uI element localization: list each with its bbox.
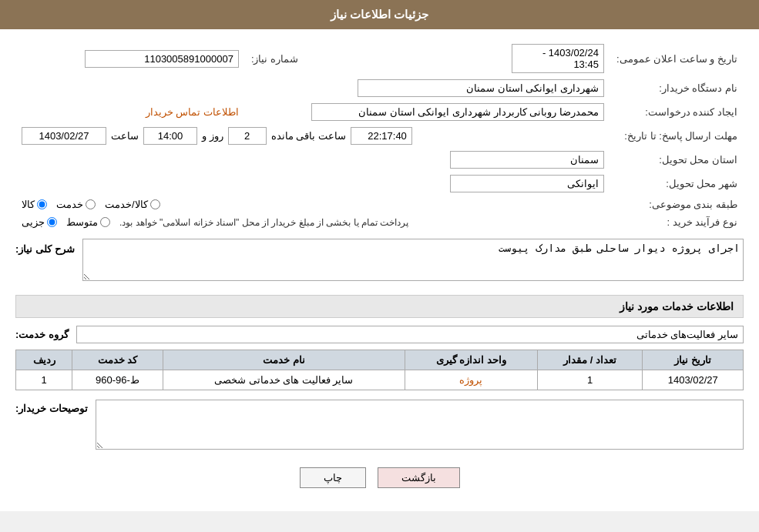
col-tedad: تعداد / مقدار [537,350,643,370]
print-button[interactable]: چاپ [300,467,366,488]
mohlat-rooz-value: 2 [228,127,267,145]
nam-dastgah-label: نام دستگاه خریدار: [610,76,744,100]
col-tarix: تاریخ نیاز [643,350,744,370]
cell-kod: ط-96-960 [72,370,163,390]
back-button[interactable]: بازگشت [378,467,460,488]
tabaqe-kala[interactable]: کالا [22,199,47,210]
cell-tedad: 1 [537,370,643,390]
nam-dastgah-value: شهرداری ایوانکی استان سمنان [358,79,604,97]
mohlat-saat-label: ساعت [111,130,139,142]
info-table: تاریخ و ساعت اعلان عمومی: 1403/02/24 - 1… [15,41,744,231]
mohlat-mande-label: ساعت باقی مانده [271,130,346,142]
ijad-konande-label: ایجاد کننده درخواست: [610,100,744,124]
bottom-buttons: بازگشت چاپ [15,467,744,488]
tossif-section: توصیحات خریدار: [15,400,744,452]
mohlat-saat-value: 14:00 [143,127,197,145]
shahr-label: شهر محل تحویل: [610,172,744,196]
etelaattamas-link[interactable]: اطلاعات تماس خریدار [146,106,239,118]
tabaqe-khedmat[interactable]: خدمت [56,199,96,210]
farayand-note: پرداخت تمام یا بخشی از مبلغ خریدار از مح… [119,217,408,228]
noe-farayand-label: نوع فرآیند خرید : [610,213,744,231]
info-khedamat-title: اطلاعات خدمات مورد نیاز [15,295,744,318]
tarix-value: 1403/02/24 - 13:45 [512,44,604,73]
shahr-value: ایوانکی [450,175,604,192]
sharh-label: شرح کلی نیاز: [15,239,75,255]
farayand-jozi[interactable]: جزیی [22,216,57,228]
sharh-textarea[interactable]: اجرای پروژه دیوار ساحلی طبق مدارک پیوست [82,239,744,281]
col-radif: ردیف [16,350,72,370]
mohlat-mande-value: 22:17:40 [351,127,412,145]
tarix-label: تاریخ و ساعت اعلان عمومی: [610,41,744,76]
tossif-label: توصیحات خریدار: [15,400,88,414]
col-vahed: واحد اندازه گیری [405,350,537,370]
cell-radif: 1 [16,370,72,390]
shomare-niaz-value: 1103005891000007 [85,50,239,68]
mohlat-rooz-label: روز و [202,130,223,142]
cell-nam: سایر فعالیت های خدماتی شخصی [163,370,405,390]
grohe-khedmat-value: سایر فعالیت‌های خدماتی [76,326,744,343]
col-kod: کد خدمت [72,350,163,370]
services-table: تاریخ نیاز تعداد / مقدار واحد اندازه گیر… [15,350,744,390]
ostan-label: استان محل تحویل: [610,148,744,172]
page-title: جزئیات اطلاعات نیاز [331,8,428,21]
tabaqe-kala-khedmat[interactable]: کالا/خدمت [105,199,160,210]
tossif-textarea[interactable] [96,400,744,450]
col-nam: نام خدمت [163,350,405,370]
ijad-konande-value: محمدرضا روبانی کاربردار شهرداری ایوانکی … [311,103,604,121]
page-header: جزئیات اطلاعات نیاز [0,0,759,29]
shomare-niaz-label: شماره نیاز: [245,41,368,76]
grohe-khedmat-row: سایر فعالیت‌های خدماتی گروه خدمت: [15,326,744,343]
farayand-motoset[interactable]: متوسط [66,216,110,228]
tabaqe-label: طبقه بندی موضوعی: [610,196,744,213]
grohe-khedmat-label: گروه خدمت: [15,329,69,340]
cell-vahed[interactable]: پروژه [405,370,537,390]
mohlat-date-value: 1403/02/27 [22,127,106,145]
table-row: 1403/02/27 1 پروژه سایر فعالیت های خدمات… [16,370,744,390]
ostan-value: سمنان [450,151,604,169]
sharh-section: اجرای پروژه دیوار ساحلی طبق مدارک پیوست … [15,239,744,283]
mohlat-label: مهلت ارسال پاسخ: تا تاریخ: [610,124,744,148]
cell-tarix: 1403/02/27 [643,370,744,390]
